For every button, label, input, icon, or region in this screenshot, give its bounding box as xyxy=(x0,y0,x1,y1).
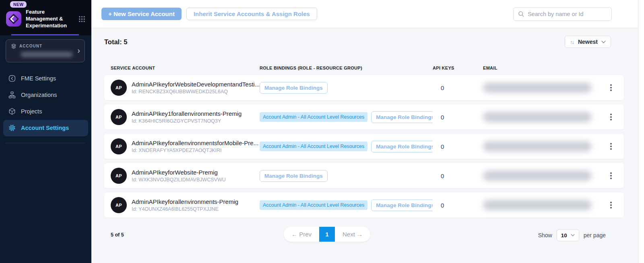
kebab-menu-icon[interactable] xyxy=(608,84,614,91)
page-size-value: 10 xyxy=(561,232,567,238)
sort-arrows-icon: ↑↓ xyxy=(570,39,574,45)
service-account-id: Id: K364HIC5RI6GZGYCPVST7NOQ3Y xyxy=(132,118,242,124)
org-chart-icon xyxy=(8,91,16,99)
table-row: AP AdminAPIkey1forallenvironments-Premig… xyxy=(104,105,624,129)
kebab-menu-icon[interactable] xyxy=(608,173,614,179)
service-account-id: Id: Y4OUNXZ46A6IBL6255QTPXJJNE xyxy=(132,206,238,212)
avatar: AP xyxy=(111,168,127,184)
split-icon xyxy=(8,74,16,82)
sidebar-item-label: Account Settings xyxy=(21,125,69,131)
scrollbar-gutter[interactable] xyxy=(638,0,644,263)
email-redacted xyxy=(483,200,592,210)
service-account-name: AdminAPIkey1forallenvironments-Premig xyxy=(132,110,242,117)
pager: ← Prev 1 Next → xyxy=(284,227,370,242)
service-account-id: Id: WXK3NVOJBQZILIDMAVBJWCSVWU xyxy=(132,177,226,183)
search-icon xyxy=(518,10,524,17)
manage-role-bindings-button[interactable]: Manage Role Bindings xyxy=(260,82,328,94)
api-keys-count: 0 xyxy=(433,173,483,179)
apps-grid-icon[interactable] xyxy=(78,15,86,23)
content-area: Total: 5 ↑↓ Newest SERVICE ACCOUNT ROLE … xyxy=(91,28,638,263)
sort-dropdown[interactable]: ↑↓ Newest xyxy=(565,36,611,48)
avatar: AP xyxy=(111,80,127,96)
main-area: + New Service Account Inherit Service Ac… xyxy=(91,0,638,263)
accent-divider xyxy=(11,34,79,35)
kebab-menu-icon[interactable] xyxy=(608,202,614,208)
sidebar: NEW Feature Management & Experimentation xyxy=(0,0,91,263)
service-account-name: AdminAPIkeyforallenvironments-Premig xyxy=(132,198,238,205)
sidebar-item-fme-settings[interactable]: FME Settings xyxy=(0,70,91,87)
new-badge: NEW xyxy=(10,1,27,8)
manage-role-bindings-button[interactable]: Manage Role Bindings xyxy=(260,170,328,182)
cube-icon xyxy=(8,107,16,115)
service-account-id: Id: XNOERAFYYA5XPDEZ7AOQTJKIRI xyxy=(132,148,258,153)
sidebar-item-account-settings[interactable]: Account Settings xyxy=(3,120,88,136)
table-row: AP AdminAPIkeyforWebsite-Premig Id: WXK3… xyxy=(104,163,624,188)
email-redacted xyxy=(483,141,592,152)
new-service-account-button[interactable]: + New Service Account xyxy=(101,8,182,20)
sidebar-item-label: Projects xyxy=(21,108,42,115)
api-keys-count: 0 xyxy=(433,84,483,91)
inherit-service-accounts-button[interactable]: Inherit Service Accounts & Assign Roles xyxy=(186,8,317,20)
avatar: AP xyxy=(111,138,127,154)
total-count: Total: 5 xyxy=(104,38,127,46)
service-account-list: AP AdminAPIkeyforWebsiteDevelopmentandTe… xyxy=(104,75,624,218)
gear-icon xyxy=(8,124,16,132)
col-role-bindings: ROLE BINDINGS (ROLE - RESOURCE GROUP) xyxy=(260,66,433,70)
prev-page-button[interactable]: ← Prev xyxy=(284,227,319,242)
service-account-name: AdminAPIkeyforallenvironmentsforMobile-P… xyxy=(132,140,258,146)
search-input[interactable] xyxy=(528,11,607,17)
product-title: Feature Management & Experimentation xyxy=(26,9,73,29)
fme-logo-icon xyxy=(6,11,22,27)
role-binding-badge: Account Admin - All Account Level Resour… xyxy=(260,200,367,210)
kebab-menu-icon[interactable] xyxy=(608,114,614,120)
account-label: ACCOUNT xyxy=(19,44,42,48)
result-count: 5 of 5 xyxy=(111,232,124,238)
col-service-account: SERVICE ACCOUNT xyxy=(111,66,260,70)
col-api-keys: API KEYS xyxy=(433,66,483,70)
pagination-bar: 5 of 5 ← Prev 1 Next → Show 10 per page xyxy=(91,227,638,244)
layers-icon xyxy=(11,43,17,49)
manage-role-bindings-button[interactable]: Manage Role Bindings xyxy=(371,199,433,211)
topbar: + New Service Account Inherit Service Ac… xyxy=(91,0,638,28)
show-label: Show xyxy=(538,232,552,238)
next-page-button[interactable]: Next → xyxy=(335,227,370,242)
table-row: AP AdminAPIkeyforWebsiteDevelopmentandTe… xyxy=(104,75,624,100)
api-keys-count: 0 xyxy=(433,202,483,209)
service-account-name: AdminAPIkeyforWebsite-Premig xyxy=(132,169,226,176)
current-page-button[interactable]: 1 xyxy=(319,227,335,242)
sidebar-divider xyxy=(6,143,86,143)
avatar: AP xyxy=(111,197,127,213)
api-keys-count: 0 xyxy=(433,114,483,121)
account-name-redacted xyxy=(21,52,73,57)
email-redacted xyxy=(483,171,592,181)
chevron-down-icon xyxy=(571,234,575,236)
sidebar-menu: FME Settings Organizations xyxy=(0,70,91,136)
sort-value: Newest xyxy=(578,39,598,45)
app-window: NEW Feature Management & Experimentation xyxy=(0,0,644,263)
sidebar-item-organizations[interactable]: Organizations xyxy=(0,87,91,103)
api-keys-count: 0 xyxy=(433,143,483,150)
table-header: SERVICE ACCOUNT ROLE BINDINGS (ROLE - RE… xyxy=(104,66,624,70)
col-email: EMAIL xyxy=(483,66,605,70)
manage-role-bindings-button[interactable]: Manage Role Bindings xyxy=(371,111,433,123)
search-box[interactable] xyxy=(513,7,612,21)
avatar: AP xyxy=(111,109,127,125)
table-row: AP AdminAPIkeyforallenvironmentsforMobil… xyxy=(104,134,624,159)
chevron-down-icon xyxy=(601,41,606,43)
email-redacted xyxy=(483,82,592,93)
table-row: AP AdminAPIkeyforallenvironments-Premig … xyxy=(104,193,624,218)
product-header: NEW Feature Management & Experimentation xyxy=(0,0,91,35)
sidebar-item-label: Organizations xyxy=(21,92,57,98)
account-selector[interactable]: ACCOUNT › xyxy=(6,39,85,62)
role-binding-badge: Account Admin - All Account Level Resour… xyxy=(260,142,367,151)
manage-role-bindings-button[interactable]: Manage Role Bindings xyxy=(371,141,433,152)
email-redacted xyxy=(483,112,592,122)
chevron-right-icon: › xyxy=(77,46,80,54)
role-binding-badge: Account Admin - All Account Level Resour… xyxy=(260,112,367,122)
service-account-id: Id: RENCKBZ3XQ6UBBWWEDKD25L6AQ xyxy=(132,89,260,95)
service-account-name: AdminAPIkeyforWebsiteDevelopmentandTesti… xyxy=(132,81,260,88)
sidebar-item-projects[interactable]: Projects xyxy=(0,103,91,120)
per-page-label: per page xyxy=(584,232,606,238)
kebab-menu-icon[interactable] xyxy=(608,143,614,150)
page-size-select[interactable]: 10 xyxy=(557,229,579,241)
